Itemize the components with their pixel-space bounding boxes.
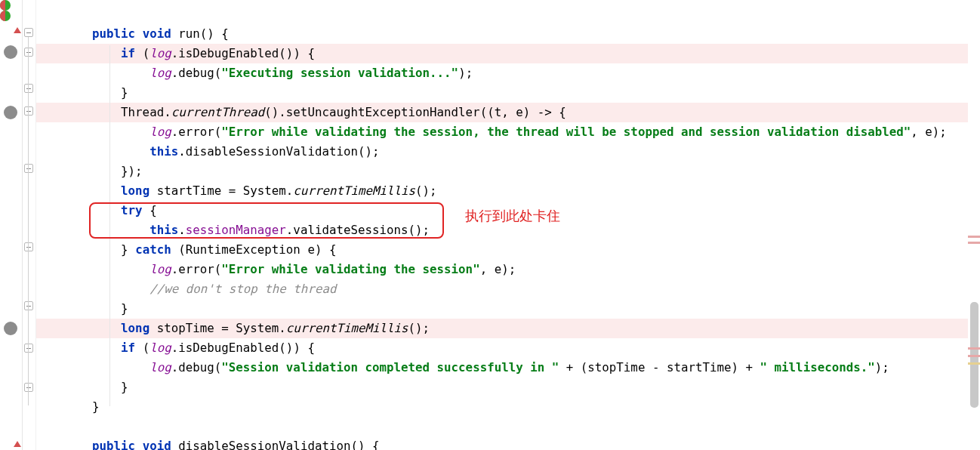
code-line-highlighted[interactable]: Thread.currentThread().setUncaughtExcept… (36, 103, 980, 122)
fold-toggle-icon[interactable] (24, 164, 33, 173)
code-line[interactable]: log.debug("Session validation completed … (36, 358, 980, 378)
code-area[interactable]: public void run() { if (log.isDebugEnabl… (36, 0, 980, 450)
code-line[interactable]: }); (36, 162, 980, 181)
fold-toggle-icon[interactable] (24, 301, 33, 310)
code-line-highlighted[interactable]: if (log.isDebugEnabled()) { (36, 44, 980, 63)
fold-toggle-icon[interactable] (24, 242, 33, 251)
run-gutter-icon[interactable] (0, 0, 11, 11)
code-line[interactable]: log.error("Error while validating the se… (36, 122, 980, 142)
code-line[interactable]: } (36, 397, 980, 417)
code-line-highlighted[interactable]: long stopTime = System.currentTimeMillis… (36, 319, 980, 338)
code-line[interactable]: } (36, 378, 980, 397)
code-line[interactable]: public void disableSessionValidation() { (36, 436, 980, 450)
breakpoint-icon[interactable] (4, 322, 17, 335)
code-line[interactable]: if (log.isDebugEnabled()) { (36, 338, 980, 358)
code-line[interactable]: } catch (RuntimeException e) { (36, 240, 980, 260)
breakpoint-icon[interactable] (4, 106, 17, 119)
code-line[interactable]: } (36, 299, 980, 319)
fold-toggle-icon[interactable] (24, 28, 33, 37)
code-line[interactable]: long startTime = System.currentTimeMilli… (36, 181, 980, 201)
fold-column[interactable] (23, 0, 36, 450)
code-line[interactable]: log.debug("Executing session validation.… (36, 63, 980, 83)
override-up-icon[interactable] (14, 441, 21, 447)
code-line[interactable]: } (36, 83, 980, 103)
fold-toggle-icon[interactable] (24, 48, 33, 57)
error-stripe[interactable] (968, 0, 980, 450)
gutter[interactable] (0, 0, 23, 450)
fold-toggle-icon[interactable] (24, 84, 33, 93)
code-line[interactable]: log.error("Error while validating the se… (36, 260, 980, 279)
annotation-label: 执行到此处卡住 (465, 207, 560, 225)
code-line[interactable] (36, 417, 980, 436)
code-line[interactable]: public void run() { (36, 24, 980, 44)
code-editor[interactable]: public void run() { if (log.isDebugEnabl… (0, 0, 980, 450)
code-line[interactable]: this.disableSessionValidation(); (36, 142, 980, 162)
fold-toggle-icon[interactable] (24, 383, 33, 392)
fold-toggle-icon[interactable] (24, 106, 33, 116)
fold-toggle-icon[interactable] (24, 344, 33, 353)
code-line[interactable]: //we don't stop the thread (36, 279, 980, 299)
breakpoint-icon[interactable] (4, 45, 17, 59)
run-gutter-icon[interactable] (0, 11, 11, 21)
override-up-icon[interactable] (14, 27, 21, 33)
